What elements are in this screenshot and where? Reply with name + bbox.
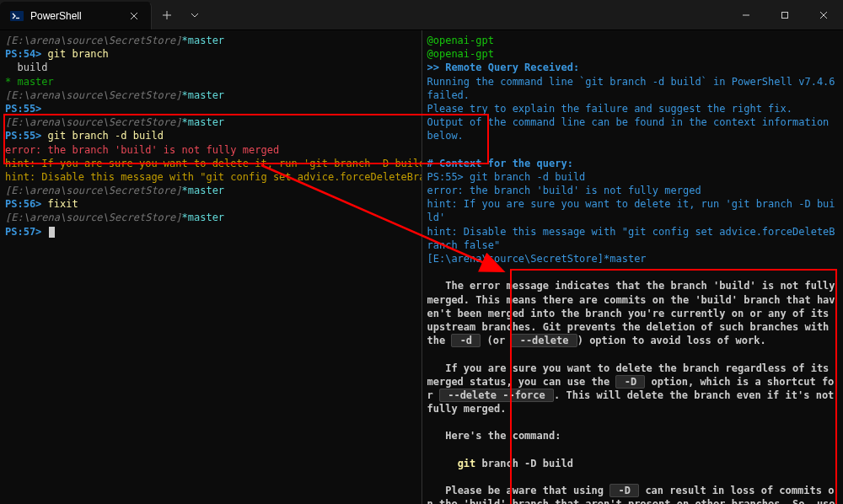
response-text: Here's the command: bbox=[427, 430, 561, 442]
branch-indicator: *master bbox=[182, 212, 225, 223]
query-line: Output of the command line can be found … bbox=[427, 116, 835, 142]
output-line: build bbox=[5, 62, 48, 73]
tab-label: PowerShell bbox=[30, 10, 121, 22]
prompt: PS:57> bbox=[5, 226, 41, 238]
prompt: PS:55> bbox=[5, 103, 41, 115]
minimize-button[interactable] bbox=[727, 0, 765, 29]
dropdown-icon[interactable] bbox=[182, 0, 207, 29]
terminal-content[interactable]: [E:\arena\source\SecretStore]*master PS:… bbox=[0, 30, 843, 504]
response-text: The error message indicates that the bra… bbox=[427, 280, 841, 347]
svg-rect-0 bbox=[10, 11, 24, 21]
prompt: PS:55> bbox=[5, 130, 41, 142]
context-line: hint: Disable this message with "git con… bbox=[427, 226, 835, 251]
titlebar-drag-area[interactable] bbox=[207, 0, 727, 29]
branch-indicator: *master bbox=[182, 185, 225, 196]
hint-line: hint: Disable this message with "git con… bbox=[5, 171, 422, 183]
right-pane[interactable]: @openai-gpt @openai-gpt >> Remote Query … bbox=[422, 30, 844, 504]
branch-indicator: *master bbox=[182, 89, 225, 101]
response-text: If you are sure you want to delete the b… bbox=[427, 362, 840, 416]
branch-indicator: *master bbox=[182, 116, 225, 128]
code-flag: -D bbox=[609, 484, 639, 497]
branch-indicator: *master bbox=[182, 35, 225, 46]
command: git branch -d build bbox=[48, 130, 164, 142]
command: git branch bbox=[48, 48, 109, 60]
code-line: git branch -D build bbox=[427, 458, 573, 469]
left-pane[interactable]: [E:\arena\source\SecretStore]*master PS:… bbox=[0, 30, 422, 504]
context-line: PS:55> git branch -d build bbox=[427, 171, 586, 183]
handle: @openai-gpt bbox=[427, 48, 494, 60]
remote-query-header: >> Remote Query Received: bbox=[427, 62, 580, 73]
context-header: # Context for the query: bbox=[427, 158, 573, 169]
prompt: PS:56> bbox=[5, 198, 41, 210]
path-line: [E:\arena\source\SecretStore] bbox=[5, 185, 182, 196]
context-line: [E:\arena\source\SecretStore]*master bbox=[427, 253, 647, 265]
prompt: PS:54> bbox=[5, 48, 41, 60]
context-line: error: the branch 'build' is not fully m… bbox=[427, 185, 701, 196]
tab-powershell[interactable]: PowerShell bbox=[0, 2, 152, 29]
svg-rect-7 bbox=[782, 12, 788, 18]
command: fixit bbox=[48, 198, 78, 210]
hint-line: hint: If you are sure you want to delete… bbox=[5, 158, 422, 169]
path-line: [E:\arena\source\SecretStore] bbox=[5, 89, 182, 101]
response-text: Please be aware that using -D can result… bbox=[427, 484, 841, 504]
maximize-button[interactable] bbox=[765, 0, 804, 29]
code-flag: -D bbox=[615, 375, 645, 389]
cursor bbox=[49, 227, 55, 238]
new-tab-button[interactable] bbox=[152, 0, 182, 29]
code-flag: --delete --force bbox=[439, 389, 554, 402]
titlebar: PowerShell bbox=[0, 0, 843, 30]
path-line: [E:\arena\source\SecretStore] bbox=[5, 212, 182, 223]
close-button[interactable] bbox=[804, 0, 843, 29]
path-line: [E:\arena\source\SecretStore] bbox=[5, 116, 182, 128]
query-line: Please try to explain the failure and su… bbox=[427, 103, 792, 115]
path-line: [E:\arena\source\SecretStore] bbox=[5, 35, 182, 46]
handle: @openai-gpt bbox=[427, 35, 494, 46]
window-controls bbox=[727, 0, 843, 29]
context-line: hint: If you are sure you want to delete… bbox=[427, 198, 835, 223]
query-line: Running the command line `git branch -d … bbox=[427, 76, 841, 101]
code-flag: --delete bbox=[511, 334, 577, 347]
output-line: * master bbox=[5, 76, 54, 88]
powershell-icon bbox=[10, 9, 24, 23]
error-line: error: the branch 'build' is not fully m… bbox=[5, 144, 279, 156]
code-flag: -d bbox=[451, 334, 481, 347]
close-icon[interactable] bbox=[127, 9, 141, 23]
